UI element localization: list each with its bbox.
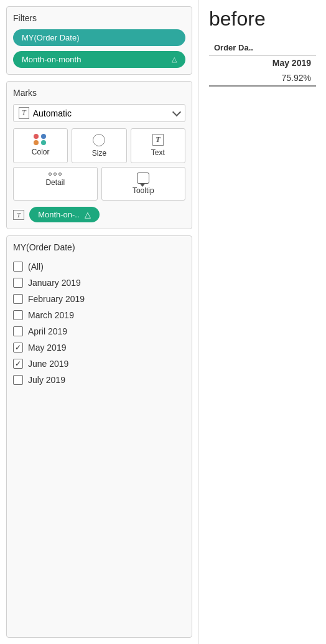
right-panel: before Order Da.. May 2019 75.92% xyxy=(199,0,326,644)
label-may: May 2019 xyxy=(28,343,66,353)
checkbox-jul[interactable] xyxy=(13,375,23,385)
text-label: Text xyxy=(151,148,165,157)
checkbox-mar[interactable] xyxy=(13,310,23,320)
left-panel: Filters MY(Order Date) Month-on-month △ … xyxy=(0,0,199,644)
t-icon: T xyxy=(19,107,29,119)
right-title: before xyxy=(209,7,316,31)
col-percentage: 75.92% xyxy=(209,70,316,86)
filter-item-all[interactable]: (All) xyxy=(13,258,185,275)
checkbox-may[interactable]: ✓ xyxy=(13,343,23,353)
detail-icon xyxy=(49,173,62,176)
tooltip-icon xyxy=(137,173,149,184)
month-chip-triangle: △ xyxy=(85,210,91,219)
marks-section: Marks T Automatic Color Size xyxy=(6,81,192,229)
color-button[interactable]: Color xyxy=(13,128,68,163)
label-jun: June 2019 xyxy=(28,359,68,369)
col-header: Order Da.. xyxy=(209,40,316,55)
size-label: Size xyxy=(92,149,106,158)
checkbox-feb[interactable] xyxy=(13,294,23,304)
checkbox-all[interactable] xyxy=(13,262,23,272)
marks-grid: Color Size T Text xyxy=(13,128,185,163)
filter-item-jul[interactable]: July 2019 xyxy=(13,372,185,388)
label-feb: February 2019 xyxy=(28,294,85,304)
size-button[interactable]: Size xyxy=(72,128,126,163)
col-date-value: May 2019 xyxy=(209,55,316,71)
month-on-month-marks-chip[interactable]: Month-on-.. △ xyxy=(29,207,99,222)
filters-section: Filters MY(Order Date) Month-on-month △ xyxy=(6,6,192,75)
filters-title: Filters xyxy=(13,13,185,23)
text-t-icon: T xyxy=(152,134,163,146)
label-all: (All) xyxy=(28,262,44,272)
filter-item-jun[interactable]: ✓ June 2019 xyxy=(13,356,185,372)
text-t-small-icon: T xyxy=(13,210,24,220)
filter-item-mar[interactable]: March 2019 xyxy=(13,307,185,323)
checkbox-apr[interactable] xyxy=(13,326,23,336)
size-icon xyxy=(93,134,105,146)
label-jan: January 2019 xyxy=(28,278,81,288)
checkbox-jun[interactable]: ✓ xyxy=(13,359,23,369)
detail-button[interactable]: Detail xyxy=(13,167,98,201)
filter-item-apr[interactable]: April 2019 xyxy=(13,323,185,339)
month-chip-label: Month-on-.. xyxy=(38,210,79,219)
filter-item-may[interactable]: ✓ May 2019 xyxy=(13,339,185,356)
tooltip-button[interactable]: Tooltip xyxy=(101,167,186,201)
label-jul: July 2019 xyxy=(28,375,65,385)
label-mar: March 2019 xyxy=(28,310,74,320)
checkmark-jun: ✓ xyxy=(15,360,21,367)
triangle-icon: △ xyxy=(172,55,177,64)
color-icon xyxy=(34,134,47,145)
tooltip-label: Tooltip xyxy=(133,186,154,195)
month-on-month-label: Month-on-month xyxy=(22,55,81,64)
date-filter-title: MY(Order Date) xyxy=(13,242,185,252)
color-label: Color xyxy=(32,148,50,156)
marks-grid-2: Detail Tooltip xyxy=(13,167,185,201)
marks-text-row: T Month-on-.. △ xyxy=(13,207,185,222)
marks-type-dropdown[interactable]: T Automatic xyxy=(13,104,185,122)
text-button[interactable]: T Text xyxy=(131,128,185,163)
order-date-filter-chip[interactable]: MY(Order Date) xyxy=(13,29,185,46)
date-filter-section: MY(Order Date) (All) January 2019 Februa… xyxy=(6,235,192,638)
month-on-month-filter-chip[interactable]: Month-on-month △ xyxy=(13,51,185,68)
checkmark-may: ✓ xyxy=(15,344,21,351)
right-table: Order Da.. May 2019 75.92% xyxy=(209,40,316,87)
marks-title: Marks xyxy=(13,88,185,98)
checkbox-jan[interactable] xyxy=(13,278,23,288)
detail-label: Detail xyxy=(45,178,65,187)
marks-dropdown-label: Automatic xyxy=(33,108,72,118)
chevron-down-icon xyxy=(172,108,181,116)
label-apr: April 2019 xyxy=(28,326,67,336)
filter-item-feb[interactable]: February 2019 xyxy=(13,291,185,307)
filter-item-jan[interactable]: January 2019 xyxy=(13,275,185,291)
